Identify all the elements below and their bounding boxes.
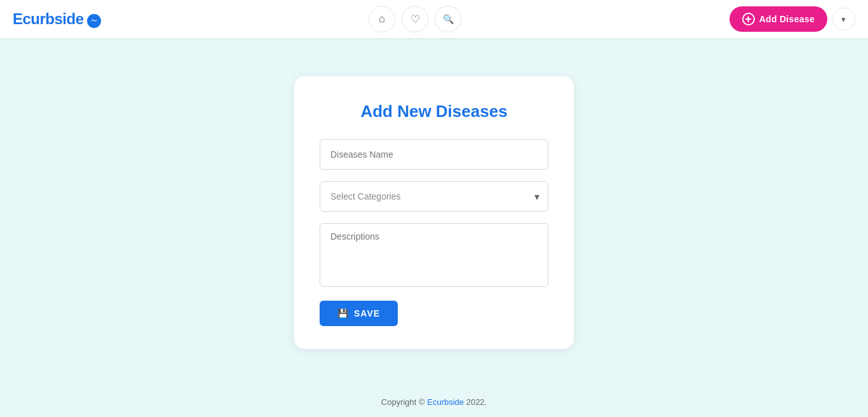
categories-select[interactable]: Select Categories Infectious Diseases Ch… xyxy=(320,181,548,212)
search-icon: 🔍 xyxy=(443,14,454,24)
save-icon: 💾 xyxy=(337,308,349,318)
logo-text: Ecurbside xyxy=(13,10,84,28)
logo: Ecurbside xyxy=(13,10,101,28)
profile-dropdown-button[interactable]: ▾ xyxy=(832,8,855,31)
add-disease-button[interactable]: + Add Disease xyxy=(729,6,827,32)
main-content: Add New Diseases Select Categories Infec… xyxy=(0,38,868,387)
disease-name-group xyxy=(320,139,548,170)
descriptions-textarea[interactable] xyxy=(320,223,548,287)
home-nav-button[interactable]: ⌂ xyxy=(369,6,395,32)
card-title: Add New Diseases xyxy=(320,102,548,121)
disease-name-input[interactable] xyxy=(320,139,548,170)
logo-pulse-icon xyxy=(87,14,101,28)
chevron-down-icon: ▾ xyxy=(841,15,846,24)
nav-icons: ⌂ ♡ 🔍 xyxy=(369,6,461,32)
add-disease-label: Add Disease xyxy=(759,14,815,24)
save-button[interactable]: 💾 SAVE xyxy=(320,301,398,326)
heart-nav-button[interactable]: ♡ xyxy=(402,6,428,32)
descriptions-group xyxy=(320,223,548,289)
heart-icon: ♡ xyxy=(410,13,420,26)
categories-select-wrapper: Select Categories Infectious Diseases Ch… xyxy=(320,181,548,212)
nav-right: + Add Disease ▾ xyxy=(729,6,855,32)
footer-year: 2022. xyxy=(466,397,487,407)
footer: Copyright © Ecurbside 2022. xyxy=(0,387,868,417)
footer-copyright-text: Copyright © xyxy=(381,397,427,407)
categories-group: Select Categories Infectious Diseases Ch… xyxy=(320,181,548,212)
home-icon: ⌂ xyxy=(379,13,385,25)
add-disease-card: Add New Diseases Select Categories Infec… xyxy=(294,76,574,349)
plus-icon: + xyxy=(742,13,755,25)
save-label: SAVE xyxy=(354,308,380,318)
search-nav-button[interactable]: 🔍 xyxy=(435,6,461,32)
footer-brand-link[interactable]: Ecurbside xyxy=(427,397,464,407)
navbar: Ecurbside ⌂ ♡ 🔍 + Add Disease ▾ xyxy=(0,0,868,38)
